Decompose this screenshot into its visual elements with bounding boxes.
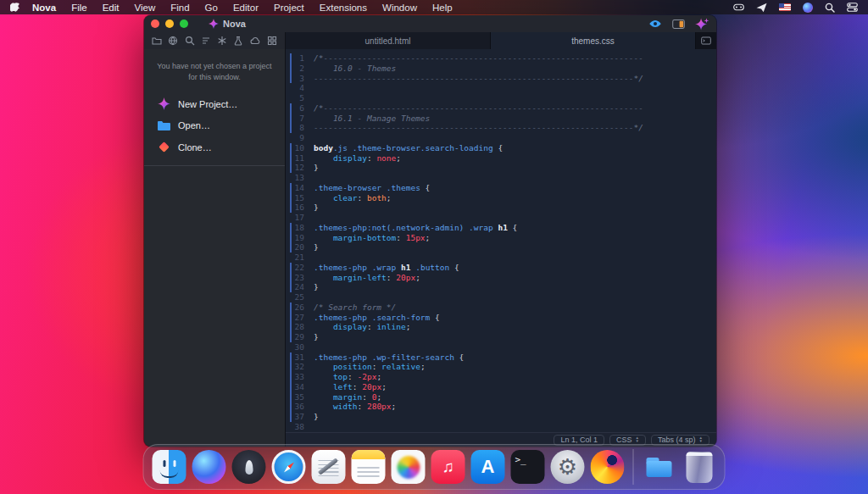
code-line: 31.themes-php .wp-filter-search { — [286, 352, 716, 363]
title-bar[interactable]: Nova — [144, 15, 716, 32]
menu-item-edit[interactable]: Edit — [95, 3, 127, 13]
dock-textedit-icon[interactable] — [312, 450, 346, 484]
nova-sparkle-icon[interactable] — [695, 18, 709, 31]
menu-item-help[interactable]: Help — [425, 3, 460, 13]
dock-separator — [633, 449, 634, 485]
close-button[interactable] — [151, 19, 159, 28]
dock-siri-icon[interactable] — [192, 450, 226, 484]
code-line: 3---------------------------------------… — [286, 74, 716, 84]
code-line: 36 width: 280px; — [286, 402, 716, 412]
dock: ♫A>_⚙ — [143, 444, 726, 490]
sidebar-item-clone[interactable]: Clone… — [144, 136, 285, 158]
split-editor-icon[interactable] — [672, 19, 685, 29]
menu-bar-status — [733, 3, 858, 13]
menu-item-editor[interactable]: Editor — [225, 3, 266, 13]
toolbar-row: untitled.htmlthemes.css — [144, 32, 716, 49]
editor-options-icon[interactable] — [696, 32, 716, 49]
app-menu-icon[interactable] — [733, 3, 744, 12]
tab-untitled-html[interactable]: untitled.html — [286, 32, 491, 49]
code-line: 17 — [286, 213, 716, 223]
no-project-message: You have not yet chosen a project for th… — [156, 61, 273, 82]
apple-menu-icon[interactable] — [10, 2, 19, 13]
code-line: 1/*-------------------------------------… — [286, 53, 716, 64]
preview-eye-icon[interactable] — [648, 19, 662, 28]
sidebar-toolbar — [144, 32, 286, 49]
nova-window: Nova untitled.htmlthemes.css — [144, 15, 716, 447]
grid-icon[interactable] — [267, 36, 277, 46]
menu-item-project[interactable]: Project — [266, 3, 312, 13]
sidebar-item-new-project[interactable]: New Project… — [144, 92, 285, 115]
nova-app-icon — [209, 19, 219, 29]
nova-star-icon — [157, 97, 170, 110]
folder-icon — [157, 120, 170, 130]
siri-icon[interactable] — [803, 3, 813, 13]
project-sidebar: You have not yet chosen a project for th… — [144, 49, 286, 447]
menu-item-find[interactable]: Find — [163, 3, 197, 13]
minimize-button[interactable] — [165, 19, 174, 28]
sidebar-item-label: Clone… — [178, 142, 212, 153]
spotlight-icon[interactable] — [825, 3, 835, 13]
code-line: 9 — [286, 133, 716, 143]
code-line: 2 16.0 - Themes — [286, 64, 716, 74]
dock-firefox-icon[interactable] — [591, 450, 625, 484]
code-line: 34 left: 20px; — [286, 382, 716, 392]
sidebar-item-open[interactable]: Open… — [144, 115, 285, 136]
code-line: 32 position: relative; — [286, 362, 716, 372]
code-editor[interactable]: 1/*-------------------------------------… — [286, 49, 716, 432]
sidebar-item-label: New Project… — [178, 99, 237, 109]
cloud-icon[interactable] — [250, 36, 261, 46]
menu-item-extensions[interactable]: Extensions — [312, 3, 375, 13]
code-line: 28 display: inline; — [286, 322, 716, 332]
code-line: 16} — [286, 203, 716, 213]
asterisk-icon[interactable] — [217, 36, 227, 46]
code-line: 19 margin-bottom: 15px; — [286, 233, 716, 243]
chevron-updown-icon: ▲▼ — [636, 436, 639, 443]
tab-themes-css[interactable]: themes.css — [491, 32, 696, 49]
code-line: 24} — [286, 282, 716, 292]
sidebar-divider — [144, 165, 285, 166]
dock-photos-icon[interactable] — [392, 450, 426, 484]
dock-safari-icon[interactable] — [272, 450, 306, 484]
code-line: 7 16.1 - Manage Themes — [286, 114, 716, 124]
dock-launchpad-icon[interactable] — [232, 450, 266, 484]
code-line: 5 — [286, 93, 716, 103]
dock-notes-icon[interactable] — [352, 450, 386, 484]
code-line: 11 display: none; — [286, 153, 716, 164]
window-controls — [151, 19, 188, 28]
files-icon[interactable] — [152, 36, 162, 46]
code-line: 33 top: -2px; — [286, 372, 716, 382]
zoom-button[interactable] — [180, 19, 188, 28]
window-title: Nova — [223, 19, 246, 29]
menu-item-window[interactable]: Window — [375, 3, 425, 13]
code-line: 23 margin-left: 20px; — [286, 273, 716, 283]
keyboard-flag-icon[interactable] — [779, 3, 791, 11]
dock-terminal-icon[interactable]: >_ — [511, 450, 545, 484]
window-content: You have not yet chosen a project for th… — [144, 49, 716, 447]
code-line: 30 — [286, 342, 716, 352]
dock-downloads-icon[interactable] — [643, 450, 676, 484]
code-line: 35 margin: 0; — [286, 392, 716, 402]
dock-trash-icon[interactable] — [682, 450, 716, 484]
dock-finder-icon[interactable] — [153, 450, 186, 484]
dock-system-preferences-icon[interactable]: ⚙ — [551, 450, 585, 484]
code-line: 18.themes-php:not(.network-admin) .wrap … — [286, 223, 716, 233]
control-center-icon[interactable] — [847, 3, 858, 12]
dock-music-icon[interactable]: ♫ — [431, 450, 465, 484]
menu-item-go[interactable]: Go — [198, 3, 225, 13]
code-line: 10body.js .theme-browser.search-loading … — [286, 143, 716, 153]
sort-icon[interactable] — [201, 36, 211, 46]
flask-icon[interactable] — [233, 36, 243, 46]
search-icon[interactable] — [185, 36, 195, 46]
code-line: 29} — [286, 332, 716, 342]
menu-item-view[interactable]: View — [126, 3, 163, 13]
globe-icon[interactable] — [168, 36, 178, 46]
code-line: 13 — [286, 173, 716, 183]
menu-item-file[interactable]: File — [64, 3, 95, 13]
menu-item-nova[interactable]: Nova — [25, 3, 64, 13]
code-line: 25 — [286, 292, 716, 303]
dock-app-store-icon[interactable]: A — [471, 450, 505, 484]
code-line: 4 — [286, 83, 716, 93]
code-line: 21 — [286, 253, 716, 263]
titlebar-actions — [648, 18, 709, 31]
paper-plane-icon[interactable] — [756, 3, 767, 13]
